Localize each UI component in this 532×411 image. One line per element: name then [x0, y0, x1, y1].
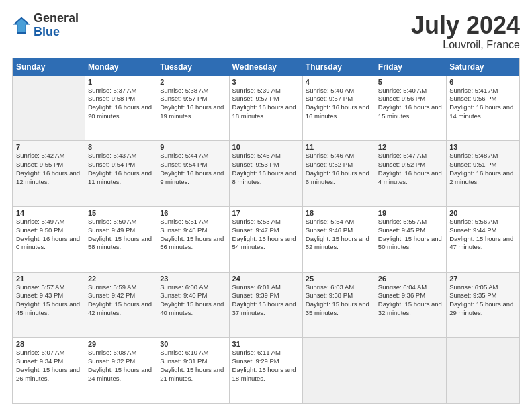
day-number: 24: [232, 275, 300, 283]
calendar-cell: 2Sunrise: 5:38 AM Sunset: 9:57 PM Daylig…: [157, 75, 229, 141]
calendar-cell: 16Sunrise: 5:51 AM Sunset: 9:48 PM Dayli…: [157, 206, 229, 272]
day-info: Sunrise: 5:45 AM Sunset: 9:53 PM Dayligh…: [232, 152, 300, 186]
day-info: Sunrise: 5:46 AM Sunset: 9:52 PM Dayligh…: [306, 152, 372, 186]
day-info: Sunrise: 5:53 AM Sunset: 9:47 PM Dayligh…: [232, 218, 300, 252]
calendar-cell: 18Sunrise: 5:54 AM Sunset: 9:46 PM Dayli…: [302, 206, 375, 272]
calendar-cell: 13Sunrise: 5:48 AM Sunset: 9:51 PM Dayli…: [447, 141, 519, 207]
calendar-cell: [375, 338, 446, 404]
col-saturday: Saturday: [447, 58, 519, 75]
day-number: 12: [378, 143, 443, 151]
calendar-cell: 14Sunrise: 5:49 AM Sunset: 9:50 PM Dayli…: [13, 206, 85, 272]
day-number: 30: [160, 340, 226, 348]
day-info: Sunrise: 6:00 AM Sunset: 9:40 PM Dayligh…: [160, 283, 226, 318]
day-info: Sunrise: 5:57 AM Sunset: 9:43 PM Dayligh…: [16, 283, 82, 318]
calendar-cell: [13, 75, 85, 141]
calendar-cell: 6Sunrise: 5:41 AM Sunset: 9:56 PM Daylig…: [447, 75, 519, 141]
calendar-cell: 20Sunrise: 5:56 AM Sunset: 9:44 PM Dayli…: [447, 206, 519, 272]
day-info: Sunrise: 5:56 AM Sunset: 9:44 PM Dayligh…: [449, 218, 516, 252]
header: General Blue July 2024 Louvroil, France: [12, 12, 520, 51]
calendar-cell: 11Sunrise: 5:46 AM Sunset: 9:52 PM Dayli…: [302, 141, 375, 207]
calendar-week-3: 21Sunrise: 5:57 AM Sunset: 9:43 PM Dayli…: [13, 272, 519, 338]
calendar-week-1: 7Sunrise: 5:42 AM Sunset: 9:55 PM Daylig…: [13, 141, 519, 207]
day-number: 29: [88, 340, 154, 348]
day-info: Sunrise: 5:43 AM Sunset: 9:54 PM Dayligh…: [88, 152, 154, 186]
day-number: 3: [232, 78, 300, 86]
calendar-cell: 17Sunrise: 5:53 AM Sunset: 9:47 PM Dayli…: [229, 206, 302, 272]
calendar-cell: 24Sunrise: 6:01 AM Sunset: 9:39 PM Dayli…: [229, 272, 302, 338]
calendar-cell: 26Sunrise: 6:04 AM Sunset: 9:36 PM Dayli…: [375, 272, 446, 338]
day-number: 7: [16, 143, 82, 151]
calendar-body: 1Sunrise: 5:37 AM Sunset: 9:58 PM Daylig…: [13, 75, 519, 403]
calendar-cell: 7Sunrise: 5:42 AM Sunset: 9:55 PM Daylig…: [13, 141, 85, 207]
calendar-cell: 23Sunrise: 6:00 AM Sunset: 9:40 PM Dayli…: [157, 272, 229, 338]
day-info: Sunrise: 6:03 AM Sunset: 9:38 PM Dayligh…: [306, 283, 372, 318]
day-info: Sunrise: 5:39 AM Sunset: 9:57 PM Dayligh…: [232, 87, 300, 121]
day-number: 18: [306, 209, 372, 217]
day-number: 23: [160, 275, 226, 283]
title-month: July 2024: [411, 12, 520, 39]
calendar-cell: [302, 338, 375, 404]
calendar-cell: 15Sunrise: 5:50 AM Sunset: 9:49 PM Dayli…: [85, 206, 157, 272]
logo-blue: Blue: [34, 25, 60, 38]
day-number: 15: [88, 209, 154, 217]
logo-icon: [12, 16, 31, 35]
logo: General Blue: [12, 12, 79, 39]
calendar-cell: 22Sunrise: 5:59 AM Sunset: 9:42 PM Dayli…: [85, 272, 157, 338]
day-number: 6: [449, 78, 516, 86]
day-number: 10: [232, 143, 300, 151]
calendar-cell: 27Sunrise: 6:05 AM Sunset: 9:35 PM Dayli…: [447, 272, 519, 338]
col-thursday: Thursday: [302, 58, 375, 75]
day-info: Sunrise: 5:51 AM Sunset: 9:48 PM Dayligh…: [160, 218, 226, 252]
calendar-table: Sunday Monday Tuesday Wednesday Thursday…: [13, 58, 519, 404]
calendar-cell: 28Sunrise: 6:07 AM Sunset: 9:34 PM Dayli…: [13, 338, 85, 404]
day-info: Sunrise: 5:40 AM Sunset: 9:56 PM Dayligh…: [378, 87, 443, 121]
day-number: 28: [16, 340, 82, 348]
col-monday: Monday: [85, 58, 157, 75]
day-number: 5: [378, 78, 443, 86]
calendar-cell: 12Sunrise: 5:47 AM Sunset: 9:52 PM Dayli…: [375, 141, 446, 207]
day-info: Sunrise: 5:38 AM Sunset: 9:57 PM Dayligh…: [160, 87, 226, 121]
day-info: Sunrise: 5:37 AM Sunset: 9:58 PM Dayligh…: [88, 87, 154, 121]
calendar-cell: 30Sunrise: 6:10 AM Sunset: 9:31 PM Dayli…: [157, 338, 229, 404]
day-info: Sunrise: 5:40 AM Sunset: 9:57 PM Dayligh…: [306, 87, 372, 121]
page: General Blue July 2024 Louvroil, France …: [0, 0, 532, 411]
title-location: Louvroil, France: [411, 39, 520, 51]
calendar-cell: 3Sunrise: 5:39 AM Sunset: 9:57 PM Daylig…: [229, 75, 302, 141]
day-number: 21: [16, 275, 82, 283]
day-info: Sunrise: 6:04 AM Sunset: 9:36 PM Dayligh…: [378, 283, 443, 318]
calendar-week-2: 14Sunrise: 5:49 AM Sunset: 9:50 PM Dayli…: [13, 206, 519, 272]
col-tuesday: Tuesday: [157, 58, 229, 75]
calendar-week-0: 1Sunrise: 5:37 AM Sunset: 9:58 PM Daylig…: [13, 75, 519, 141]
calendar-header: Sunday Monday Tuesday Wednesday Thursday…: [13, 58, 519, 75]
day-info: Sunrise: 5:54 AM Sunset: 9:46 PM Dayligh…: [306, 218, 372, 252]
col-wednesday: Wednesday: [229, 58, 302, 75]
day-number: 13: [449, 143, 516, 151]
calendar-cell: 29Sunrise: 6:08 AM Sunset: 9:32 PM Dayli…: [85, 338, 157, 404]
day-number: 31: [232, 340, 300, 348]
calendar-cell: 4Sunrise: 5:40 AM Sunset: 9:57 PM Daylig…: [302, 75, 375, 141]
day-info: Sunrise: 5:42 AM Sunset: 9:55 PM Dayligh…: [16, 152, 82, 186]
day-number: 4: [306, 78, 372, 86]
day-number: 27: [449, 275, 516, 283]
day-number: 16: [160, 209, 226, 217]
col-friday: Friday: [375, 58, 446, 75]
col-sunday: Sunday: [13, 58, 85, 75]
day-info: Sunrise: 5:49 AM Sunset: 9:50 PM Dayligh…: [16, 218, 82, 252]
calendar-cell: [447, 338, 519, 404]
day-number: 14: [16, 209, 82, 217]
day-info: Sunrise: 6:01 AM Sunset: 9:39 PM Dayligh…: [232, 283, 300, 318]
day-number: 20: [449, 209, 516, 217]
day-info: Sunrise: 5:47 AM Sunset: 9:52 PM Dayligh…: [378, 152, 443, 186]
day-info: Sunrise: 5:41 AM Sunset: 9:56 PM Dayligh…: [449, 87, 516, 121]
day-info: Sunrise: 6:08 AM Sunset: 9:32 PM Dayligh…: [88, 349, 154, 383]
logo-general: General: [34, 11, 79, 25]
day-info: Sunrise: 6:05 AM Sunset: 9:35 PM Dayligh…: [449, 283, 516, 318]
header-row: Sunday Monday Tuesday Wednesday Thursday…: [13, 58, 519, 75]
day-number: 9: [160, 143, 226, 151]
calendar-week-4: 28Sunrise: 6:07 AM Sunset: 9:34 PM Dayli…: [13, 338, 519, 404]
day-info: Sunrise: 5:44 AM Sunset: 9:54 PM Dayligh…: [160, 152, 226, 186]
calendar-cell: 19Sunrise: 5:55 AM Sunset: 9:45 PM Dayli…: [375, 206, 446, 272]
day-number: 25: [306, 275, 372, 283]
day-info: Sunrise: 6:10 AM Sunset: 9:31 PM Dayligh…: [160, 349, 226, 383]
day-info: Sunrise: 5:55 AM Sunset: 9:45 PM Dayligh…: [378, 218, 443, 252]
